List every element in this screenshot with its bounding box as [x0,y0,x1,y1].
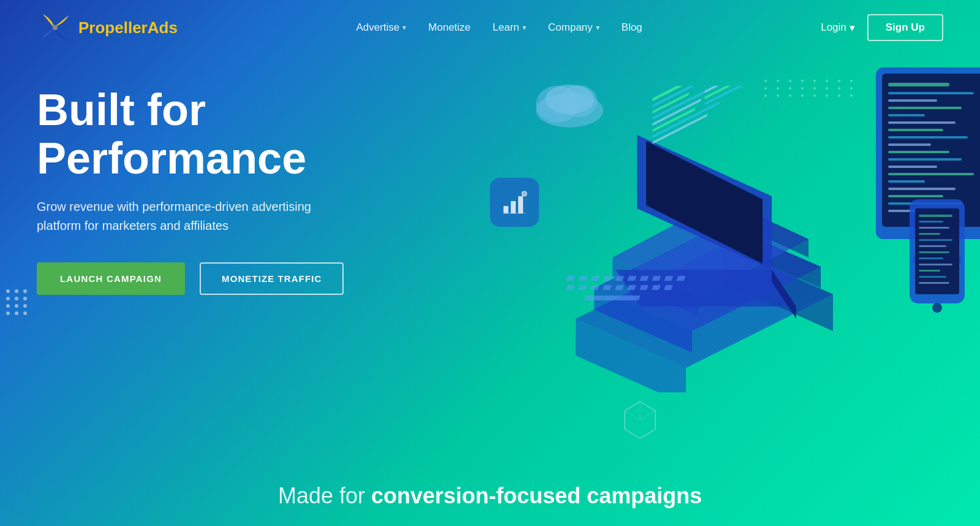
tagline-prefix: Made for [278,483,371,508]
hero-title-line2: Performance [37,134,306,183]
svg-rect-39 [590,276,600,281]
launch-campaign-button[interactable]: LAUNCH CAMPAIGN [37,262,185,295]
hero-section: PropellerAds Advertise ▾ Monetize Learn … [0,0,980,526]
svg-rect-26 [652,108,695,132]
svg-rect-72 [888,180,925,183]
svg-rect-71 [888,173,974,175]
logo-text: PropellerAds [78,18,178,37]
hero-subtitle: Grow revenue with performance-driven adv… [37,197,337,235]
hero-buttons: LAUNCH CAMPAIGN MONETIZE TRAFFIC [37,262,344,295]
svg-rect-48 [578,285,587,290]
laptop-illustration [514,86,870,392]
svg-rect-88 [919,239,952,241]
login-button[interactable]: Login ▾ [821,21,855,34]
svg-rect-95 [919,282,949,284]
svg-line-100 [640,411,655,420]
svg-rect-38 [578,276,587,281]
hero-illustration [478,37,980,490]
svg-rect-67 [888,143,931,146]
svg-rect-62 [888,107,962,109]
svg-rect-84 [919,215,952,217]
svg-line-99 [625,411,640,420]
nav-link-monetize[interactable]: Monetize [428,21,470,34]
nav-link-company[interactable]: Company ▾ [548,21,600,34]
nav-label-learn: Learn [492,21,519,34]
svg-rect-73 [888,188,956,190]
bottom-tagline: Made for conversion-focused campaigns [0,483,980,509]
chevron-down-icon-company: ▾ [596,23,600,32]
svg-rect-85 [919,221,943,223]
nav-link-advertise[interactable]: Advertise ▾ [356,21,406,34]
nav-link-blog[interactable]: Blog [622,21,643,34]
svg-rect-90 [919,251,949,253]
svg-rect-66 [888,136,968,139]
nav-item-advertise[interactable]: Advertise ▾ [356,21,406,34]
svg-rect-69 [888,158,962,161]
svg-point-96 [932,303,942,313]
nav-item-learn[interactable]: Learn ▾ [492,21,526,34]
svg-rect-89 [919,245,946,247]
svg-rect-37 [566,276,575,281]
signup-label: Sign Up [886,21,925,33]
nav-item-company[interactable]: Company ▾ [548,21,600,34]
svg-rect-93 [919,270,940,272]
decorative-dots-left [6,289,28,315]
cube-icon [619,398,662,441]
svg-rect-5 [503,206,508,213]
svg-rect-61 [888,99,937,102]
svg-rect-60 [888,92,974,94]
svg-rect-91 [919,257,943,259]
svg-rect-94 [919,276,946,278]
nav-right: Login ▾ Sign Up [821,14,943,41]
svg-rect-64 [888,121,956,124]
chevron-down-icon-learn: ▾ [522,23,526,32]
svg-rect-92 [919,264,952,265]
hero-content: Built for Performance Grow revenue with … [37,86,344,295]
signup-button[interactable]: Sign Up [867,14,943,41]
nav-item-blog[interactable]: Blog [622,21,643,34]
monetize-traffic-button[interactable]: MONETIZE TRAFFIC [200,262,344,295]
nav-item-monetize[interactable]: Monetize [428,21,470,34]
svg-rect-56 [584,295,641,300]
nav-label-company: Company [548,21,593,34]
svg-rect-47 [566,285,575,290]
svg-rect-68 [888,151,949,153]
chevron-down-icon-login: ▾ [850,21,855,34]
svg-rect-28 [652,113,707,144]
phone-illustration [907,196,980,337]
svg-rect-87 [919,233,940,235]
hero-title-line1: Built for [37,85,206,134]
logo-icon [37,9,74,46]
svg-rect-59 [888,83,949,86]
logo[interactable]: PropellerAds [37,9,178,46]
nav-links: Advertise ▾ Monetize Learn ▾ Company ▾ [356,21,642,34]
nav-link-learn[interactable]: Learn ▾ [492,21,526,34]
chevron-down-icon: ▾ [402,23,406,32]
svg-rect-70 [888,166,937,168]
nav-label-monetize: Monetize [428,21,470,34]
logo-name-part1: Propeller [78,18,148,37]
logo-name-part2: Ads [148,18,178,37]
navbar: PropellerAds Advertise ▾ Monetize Learn … [0,0,980,55]
svg-rect-65 [888,129,943,131]
hero-title: Built for Performance [37,86,344,183]
login-label: Login [821,21,846,34]
nav-label-advertise: Advertise [356,21,399,34]
svg-point-0 [53,25,58,30]
nav-label-blog: Blog [622,21,643,34]
svg-rect-86 [919,227,949,229]
tagline-bold: conversion-focused campaigns [371,483,702,508]
svg-rect-63 [888,114,925,116]
